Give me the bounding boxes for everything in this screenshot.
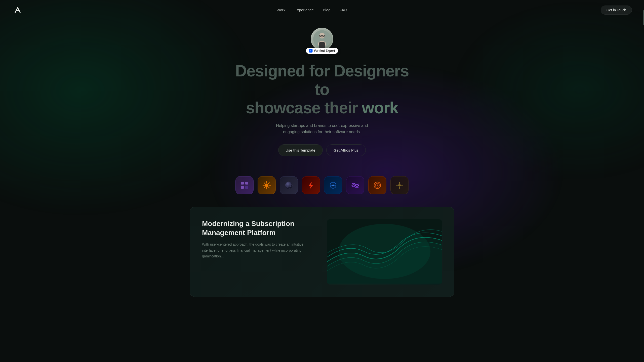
project-card: Modernizing a Subscription Management Pl… — [190, 207, 454, 297]
svg-rect-9 — [245, 186, 248, 189]
get-athos-plus-button[interactable]: Get Athos Plus — [326, 144, 366, 156]
avatar — [311, 28, 333, 50]
hero-buttons: Use this Template Get Athos Plus — [278, 144, 366, 156]
avatar-wrapper: f Verified Expert — [311, 28, 333, 50]
card-image — [327, 219, 442, 285]
hero-title: Designed for Designers to showcase their… — [226, 62, 418, 117]
app-icon-purple-grid[interactable] — [235, 176, 254, 194]
nav-blog[interactable]: Blog — [323, 8, 331, 12]
app-icon-purple-wave[interactable] — [346, 176, 364, 194]
app-icon-red-bolt[interactable] — [302, 176, 320, 194]
card-description: With user-centered approach, the goals w… — [202, 242, 317, 259]
svg-line-16 — [268, 187, 269, 188]
framer-icon: f — [309, 49, 312, 53]
navbar: Work Experience Blog FAQ Get in Touch — [0, 0, 644, 20]
get-in-touch-button[interactable]: Get in Touch — [601, 6, 632, 15]
svg-point-29 — [377, 185, 378, 186]
app-icon-blue-dots[interactable] — [324, 176, 342, 194]
svg-marker-22 — [309, 182, 313, 189]
hero-title-accent: work — [362, 99, 398, 117]
svg-point-19 — [285, 182, 292, 189]
nav-work[interactable]: Work — [276, 8, 285, 12]
svg-point-10 — [265, 184, 268, 187]
verified-badge: f Verified Expert — [306, 48, 338, 54]
scrollbar-thumb — [643, 10, 644, 25]
app-icon-yellow-dot[interactable] — [390, 176, 409, 194]
hero-section: f Verified Expert Designed for Designers… — [0, 0, 644, 166]
hero-title-line2-start: showcase their — [246, 99, 362, 117]
svg-line-17 — [268, 183, 269, 184]
card-text: Modernizing a Subscription Management Pl… — [202, 219, 317, 259]
logo[interactable] — [12, 5, 23, 16]
nav-experience[interactable]: Experience — [295, 8, 314, 12]
svg-line-15 — [264, 183, 265, 184]
app-icon-orange-ring[interactable] — [368, 176, 386, 194]
card-title: Modernizing a Subscription Management Pl… — [202, 219, 317, 238]
app-icon-dark-sphere[interactable] — [280, 176, 298, 194]
nav-links: Work Experience Blog FAQ — [276, 8, 347, 12]
svg-line-18 — [264, 187, 265, 188]
svg-rect-6 — [241, 182, 244, 185]
svg-rect-7 — [245, 182, 248, 185]
scrollbar — [642, 0, 644, 362]
use-template-button[interactable]: Use this Template — [278, 144, 323, 156]
verified-label: Verified Expert — [314, 49, 335, 53]
svg-point-26 — [332, 185, 334, 186]
hero-subtitle: Helping startups and brands to craft exp… — [269, 122, 375, 135]
nav-faq[interactable]: FAQ — [340, 8, 347, 12]
hero-title-line1: Designed for Designers to — [235, 62, 409, 99]
app-icon-orange-sun[interactable] — [258, 176, 276, 194]
svg-rect-8 — [241, 186, 244, 189]
app-icons-strip — [0, 166, 644, 207]
svg-point-30 — [398, 184, 401, 187]
card-section: Modernizing a Subscription Management Pl… — [184, 207, 460, 312]
